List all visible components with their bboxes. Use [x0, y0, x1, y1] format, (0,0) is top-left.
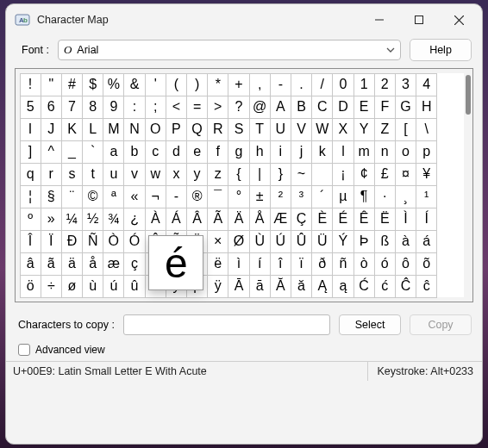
character-cell[interactable]: Ó [123, 230, 145, 253]
character-cell[interactable]: ) [186, 73, 208, 96]
character-cell[interactable]: V [291, 118, 312, 141]
character-cell[interactable]: ñ [332, 252, 353, 276]
character-cell[interactable]: ! [20, 73, 41, 96]
character-cell[interactable]: P [166, 118, 187, 141]
character-cell[interactable]: 8 [82, 96, 103, 119]
character-cell[interactable]: ½ [82, 208, 103, 231]
character-cell[interactable]: Q [186, 118, 208, 141]
character-cell[interactable]: O [145, 118, 166, 141]
character-cell[interactable]: % [103, 73, 124, 96]
character-cell[interactable]: £ [374, 163, 396, 186]
character-cell[interactable]: J [41, 118, 62, 141]
character-cell[interactable]: - [270, 73, 291, 96]
character-cell[interactable]: ± [249, 185, 271, 208]
character-cell[interactable]: 2 [374, 73, 396, 96]
character-cell[interactable]: l [332, 140, 353, 164]
character-cell[interactable]: z [207, 163, 228, 186]
character-cell[interactable]: < [166, 96, 187, 119]
character-cell[interactable]: Ð [61, 230, 83, 253]
character-cell[interactable]: µ [332, 185, 353, 208]
character-cell[interactable]: Ò [103, 230, 124, 253]
character-cell[interactable]: Ĉ [395, 275, 416, 298]
character-cell[interactable]: ² [270, 185, 291, 208]
character-cell[interactable]: e [186, 140, 208, 164]
character-cell[interactable]: A [270, 96, 291, 119]
character-cell[interactable]: ³ [291, 185, 312, 208]
character-cell[interactable]: û [123, 275, 145, 298]
character-cell[interactable]: Ï [41, 230, 62, 253]
character-cell[interactable]: 0 [332, 73, 353, 96]
character-cell[interactable]: Ä [228, 208, 249, 231]
character-cell[interactable]: \ [416, 118, 437, 141]
character-cell[interactable]: 5 [20, 96, 41, 119]
character-cell[interactable]: w [145, 163, 166, 186]
character-cell[interactable]: Ü [311, 230, 333, 253]
characters-to-copy-input[interactable] [123, 314, 330, 335]
character-cell[interactable]: È [311, 208, 333, 231]
character-grid[interactable]: !"#$%&'()*+,-./0123456789:;<=>?@ABCDEFGH… [20, 73, 464, 297]
help-button[interactable]: Help [410, 39, 472, 61]
character-cell[interactable]: U [270, 118, 291, 141]
character-cell[interactable]: E [353, 96, 375, 119]
character-cell[interactable]: ă [291, 275, 312, 298]
character-cell[interactable]: í [249, 252, 271, 276]
character-cell[interactable]: 1 [353, 73, 375, 96]
character-cell[interactable]: § [41, 185, 62, 208]
character-cell[interactable]: Ë [374, 208, 396, 231]
character-cell[interactable]: ] [20, 140, 41, 164]
character-cell[interactable]: Þ [353, 230, 375, 253]
character-cell[interactable]: ö [20, 275, 41, 298]
character-cell[interactable]: N [123, 118, 145, 141]
character-cell[interactable] [311, 163, 333, 186]
character-cell[interactable]: » [41, 208, 62, 231]
character-cell[interactable]: M [103, 118, 124, 141]
character-cell[interactable]: D [332, 96, 353, 119]
character-cell[interactable]: F [374, 96, 396, 119]
character-cell[interactable]: · [374, 185, 396, 208]
character-cell[interactable]: ¹ [416, 185, 437, 208]
character-cell[interactable]: $ [82, 73, 103, 96]
character-cell[interactable]: î [270, 252, 291, 276]
character-cell[interactable]: ą [332, 275, 353, 298]
character-cell[interactable]: L [82, 118, 103, 141]
character-cell[interactable]: f [207, 140, 228, 164]
character-cell[interactable]: 3 [395, 73, 416, 96]
character-cell[interactable]: Ã [207, 208, 228, 231]
character-cell[interactable]: 4 [416, 73, 437, 96]
character-cell[interactable]: = [186, 96, 208, 119]
character-cell[interactable]: Ā [228, 275, 249, 298]
character-cell[interactable]: ä [61, 252, 83, 276]
character-cell[interactable]: â [20, 252, 41, 276]
scroll-thumb[interactable] [466, 75, 471, 115]
character-cell[interactable]: Y [353, 118, 375, 141]
close-button[interactable] [439, 6, 479, 34]
character-cell[interactable]: Í [416, 208, 437, 231]
character-cell[interactable]: 9 [103, 96, 124, 119]
character-cell[interactable]: W [311, 118, 333, 141]
character-cell[interactable]: É [332, 208, 353, 231]
character-cell[interactable]: R [207, 118, 228, 141]
character-cell[interactable]: ¡ [332, 163, 353, 186]
character-cell[interactable]: p [416, 140, 437, 164]
character-cell[interactable]: C [311, 96, 333, 119]
character-cell[interactable]: ¾ [103, 208, 124, 231]
character-cell[interactable]: k [311, 140, 333, 164]
character-cell[interactable]: 6 [41, 96, 62, 119]
character-cell[interactable]: ë [207, 252, 228, 276]
character-cell[interactable]: ¬ [145, 185, 166, 208]
character-cell[interactable]: Â [186, 208, 208, 231]
character-cell[interactable]: ð [311, 252, 333, 276]
character-cell[interactable]: ¼ [61, 208, 83, 231]
character-cell[interactable]: , [249, 73, 271, 96]
character-cell[interactable]: | [249, 163, 271, 186]
character-cell[interactable]: ¤ [395, 163, 416, 186]
character-cell[interactable]: @ [249, 96, 271, 119]
character-cell[interactable]: c [145, 140, 166, 164]
character-cell[interactable]: ¦ [20, 185, 41, 208]
character-cell[interactable]: K [61, 118, 83, 141]
character-cell[interactable]: ¿ [123, 208, 145, 231]
character-cell[interactable]: ø [61, 275, 83, 298]
character-cell[interactable]: h [249, 140, 271, 164]
character-cell[interactable]: ¶ [353, 185, 375, 208]
character-cell[interactable]: / [311, 73, 333, 96]
